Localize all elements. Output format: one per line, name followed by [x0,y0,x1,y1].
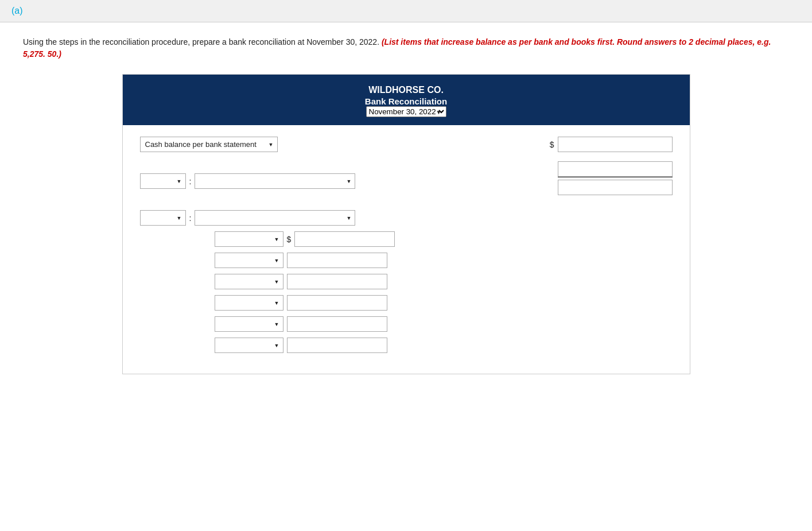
sub-select-6[interactable] [215,338,283,353]
colon-2: : [189,214,192,223]
instructions-main: Using the steps in the reconciliation pr… [23,37,379,46]
deduct-type-select-wrapper-1[interactable] [140,210,186,226]
sub-item-row-6 [140,338,673,353]
page: (a) Using the steps in the reconciliatio… [0,0,812,531]
sub-select-wrapper-2[interactable] [215,253,283,268]
add-amount-input-1[interactable] [558,161,673,177]
colon-1: : [189,177,192,186]
main-content: Using the steps in the reconciliation pr… [0,22,812,388]
add-section-1: : [140,161,673,201]
sub-select-wrapper-1[interactable] [215,231,283,247]
sub-select-wrapper-3[interactable] [215,274,283,289]
sub-dollar-1: $ [287,235,292,244]
deduct-label-row-1: : [140,210,673,226]
company-name: WILDHORSE CO. [129,85,684,95]
dollar-sign-1: $ [550,140,554,149]
bank-balance-select[interactable]: Cash balance per bank statement [140,137,278,152]
deduct-section-1: : [140,210,673,353]
sub-items-section: $ [140,231,673,353]
sub-select-5[interactable] [215,316,283,332]
add-type-select-1[interactable] [140,173,186,189]
reconciliation-table: WILDHORSE CO. Bank Reconciliation Novemb… [122,74,690,374]
sub-select-2[interactable] [215,253,283,268]
add-right-1 [512,161,673,195]
sub-select-wrapper-5[interactable] [215,316,283,332]
recon-header: WILDHORSE CO. Bank Reconciliation Novemb… [123,75,690,125]
deduct-desc-select-wrapper-1[interactable] [195,210,355,226]
sub-item-row-1: $ [140,231,673,247]
bank-balance-select-wrapper[interactable]: Cash balance per bank statement [140,137,278,152]
sub-input-4[interactable] [287,295,387,311]
bank-balance-row: Cash balance per bank statement $ [140,137,673,152]
add-total-input-1[interactable] [558,180,673,195]
bank-balance-right: $ [512,137,673,152]
sub-item-row-2 [140,253,673,268]
doc-title: Bank Reconciliation [129,96,684,106]
deduct-type-select-1[interactable] [140,210,186,226]
sub-select-4[interactable] [215,295,283,311]
sub-item-row-3 [140,274,673,289]
bank-balance-left: Cash balance per bank statement [140,137,512,152]
add-desc-select-1[interactable] [195,173,355,189]
sub-input-1[interactable] [294,231,395,247]
sub-select-3[interactable] [215,274,283,289]
sub-select-wrapper-6[interactable] [215,338,283,353]
recon-body: Cash balance per bank statement $ [123,125,690,374]
sub-input-3[interactable] [287,274,387,289]
add-label-part-1: : [140,173,421,189]
bank-balance-input[interactable] [558,137,673,152]
sub-item-row-4 [140,295,673,311]
deduct-desc-select-1[interactable] [195,210,355,226]
add-type-select-wrapper-1[interactable] [140,173,186,189]
date-select[interactable]: November 30, 2022 [366,106,446,117]
sub-item-row-5 [140,316,673,332]
sub-input-2[interactable] [287,253,387,268]
date-select-container[interactable]: November 30, 2022 [366,106,446,117]
add-label-row-1: : [140,161,673,201]
sub-select-wrapper-4[interactable] [215,295,283,311]
sub-input-5[interactable] [287,316,387,332]
instructions: Using the steps in the reconciliation pr… [23,36,789,60]
separator-1 [558,177,673,177]
add-desc-select-wrapper-1[interactable] [195,173,355,189]
section-header: (a) [0,0,812,22]
section-label: (a) [11,6,23,15]
sub-select-1[interactable] [215,231,283,247]
sub-input-6[interactable] [287,338,387,353]
deduct-label-part-1: : [140,210,421,226]
